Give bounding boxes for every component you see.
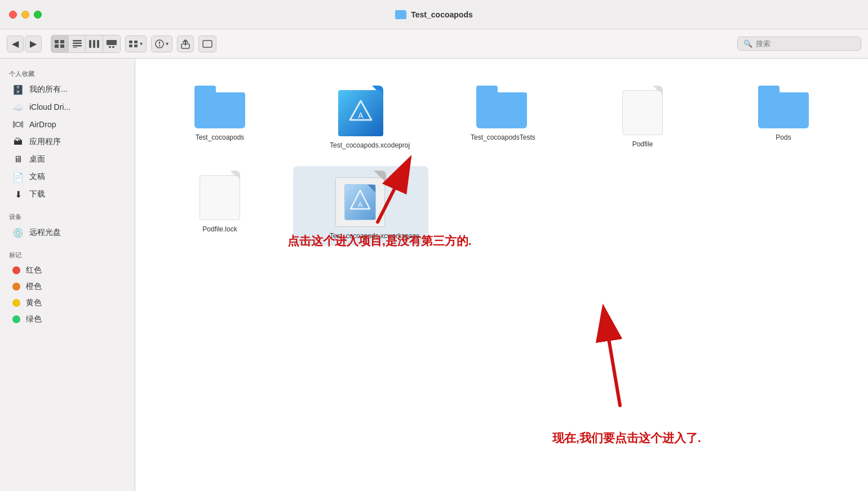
svg-rect-10 <box>97 40 99 48</box>
svg-rect-5 <box>73 42 82 44</box>
title-folder-icon <box>395 10 406 19</box>
xcodeproj-icon: A <box>338 86 383 136</box>
gallery-view-button[interactable] <box>103 35 120 52</box>
traffic-lights <box>9 11 42 19</box>
file-item-pods[interactable]: Pods <box>716 81 851 155</box>
folder-icon <box>194 86 245 128</box>
svg-rect-9 <box>93 40 95 48</box>
apps-icon: 🏔 <box>12 136 24 148</box>
file-name: Test_cocoapodsTests <box>471 133 533 142</box>
svg-rect-15 <box>134 41 138 43</box>
back-button[interactable]: ◀ <box>7 35 24 52</box>
svg-rect-2 <box>55 44 59 48</box>
sidebar-item-tag-orange[interactable]: 橙色 <box>3 279 131 294</box>
file-item-xcodeproj[interactable]: A Test_cocoapods.xcodeproj <box>293 81 428 155</box>
white-file-icon <box>622 86 663 135</box>
file-name: Podfile.lock <box>202 225 237 234</box>
file-name: Podfile <box>632 140 653 149</box>
xcode-logo: A <box>348 99 374 128</box>
sidebar-item-all-files[interactable]: 🗄️ 我的所有... <box>3 81 131 98</box>
downloads-icon: ⬇ <box>12 189 24 200</box>
file-name: Test_cocoapods.xcodeproj <box>330 141 392 150</box>
search-icon: 🔍 <box>743 39 752 48</box>
svg-rect-6 <box>73 45 82 47</box>
sidebar-item-desktop[interactable]: 🖥 桌面 <box>3 151 131 168</box>
desktop-icon: 🖥 <box>12 154 24 165</box>
file-item-test-folder[interactable]: Test_cocoapodsTests <box>434 81 569 155</box>
svg-point-20 <box>159 44 160 46</box>
list-view-button[interactable] <box>69 35 86 52</box>
svg-line-32 <box>606 322 620 405</box>
svg-rect-1 <box>60 40 64 43</box>
svg-rect-12 <box>109 46 111 48</box>
white-file-icon <box>200 171 240 220</box>
icloud-icon: ☁️ <box>12 101 24 113</box>
file-item-test-cocoapods[interactable]: Test_cocoapods <box>152 81 287 155</box>
svg-rect-13 <box>112 46 114 48</box>
file-item-workspace[interactable]: A Test_cocoapods.xcworkspace <box>293 166 428 246</box>
file-name: Test_cocoapods.xcworkspace <box>330 231 392 241</box>
sidebar-item-remote-disk[interactable]: 💿 远程光盘 <box>3 224 131 241</box>
svg-rect-7 <box>73 47 77 48</box>
svg-rect-23 <box>203 41 212 47</box>
title-bar: Test_cocoapods <box>0 0 868 29</box>
share-button[interactable] <box>177 35 194 52</box>
view-mode-group <box>51 35 121 53</box>
search-box[interactable]: 🔍 <box>737 37 861 51</box>
devices-section-title: 设备 <box>0 208 135 224</box>
svg-rect-3 <box>60 44 64 48</box>
docs-icon: 📄 <box>12 171 24 182</box>
sidebar-item-airdrop[interactable]: AirDrop <box>3 116 131 133</box>
svg-point-24 <box>16 122 20 127</box>
all-files-icon: 🗄️ <box>12 84 24 95</box>
svg-rect-8 <box>89 40 91 48</box>
minimize-button[interactable] <box>21 11 29 19</box>
tag-button[interactable] <box>198 35 216 52</box>
view-options-dropdown[interactable]: ▾ <box>125 35 147 52</box>
file-name: Test_cocoapods <box>196 133 245 142</box>
sidebar-item-tag-yellow[interactable]: 黄色 <box>3 295 131 311</box>
folder-icon <box>758 86 809 128</box>
personal-section-title: 个人收藏 <box>0 65 135 81</box>
file-item-podfile-lock[interactable]: Podfile.lock <box>152 166 287 246</box>
forward-button[interactable]: ▶ <box>25 35 42 52</box>
sidebar: 个人收藏 🗄️ 我的所有... ☁️ iCloud Dri... AirDrop… <box>0 59 135 491</box>
nav-buttons: ◀ ▶ <box>7 35 42 52</box>
search-input[interactable] <box>756 39 855 48</box>
green-tag-dot <box>12 315 20 323</box>
svg-text:A: A <box>358 201 362 209</box>
red-tag-dot <box>12 266 20 274</box>
svg-rect-0 <box>55 40 59 43</box>
sidebar-item-downloads[interactable]: ⬇ 下载 <box>3 186 131 203</box>
orange-tag-dot <box>12 283 20 291</box>
airdrop-icon <box>12 119 24 130</box>
sidebar-item-icloud[interactable]: ☁️ iCloud Dri... <box>3 99 131 115</box>
svg-rect-16 <box>129 44 132 47</box>
remote-disk-icon: 💿 <box>12 227 24 238</box>
sidebar-item-docs[interactable]: 📄 文稿 <box>3 168 131 185</box>
main-area: 个人收藏 🗄️ 我的所有... ☁️ iCloud Dri... AirDrop… <box>0 59 868 491</box>
svg-rect-17 <box>134 44 138 47</box>
file-item-podfile[interactable]: Podfile <box>575 81 710 155</box>
column-view-button[interactable] <box>86 35 103 52</box>
tags-section-title: 标记 <box>0 247 135 262</box>
file-grid: Test_cocoapods A Test_cocoapods.xcode <box>135 59 868 262</box>
file-name: Pods <box>776 133 791 142</box>
sidebar-item-tag-red[interactable]: 红色 <box>3 262 131 278</box>
svg-text:A: A <box>358 111 364 120</box>
svg-rect-4 <box>73 40 82 42</box>
yellow-tag-dot <box>12 299 20 307</box>
action-button[interactable]: ▾ <box>151 35 172 52</box>
sidebar-item-apps[interactable]: 🏔 应用程序 <box>3 133 131 150</box>
folder-icon <box>476 86 527 128</box>
icon-view-button[interactable] <box>51 35 69 52</box>
content-area: Test_cocoapods A Test_cocoapods.xcode <box>135 59 868 491</box>
window-title: Test_cocoapods <box>395 10 472 19</box>
close-button[interactable] <box>9 11 17 19</box>
maximize-button[interactable] <box>34 11 42 19</box>
svg-rect-11 <box>107 40 117 45</box>
annotation-text-2: 现在,我们要点击这个进入了. <box>552 430 701 446</box>
toolbar: ◀ ▶ ▾ ▾ 🔍 <box>0 29 868 59</box>
workspace-icon: A <box>335 171 386 227</box>
sidebar-item-tag-green[interactable]: 绿色 <box>3 311 131 327</box>
